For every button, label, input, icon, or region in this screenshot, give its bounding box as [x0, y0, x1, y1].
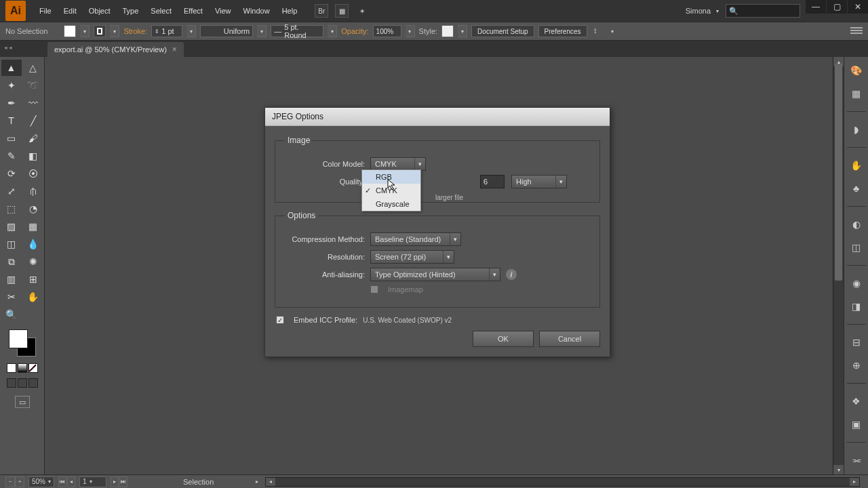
- menu-file[interactable]: File: [34, 4, 57, 18]
- transform-panel-icon[interactable]: ⊕: [848, 357, 865, 373]
- transparency-panel-icon[interactable]: ◐: [848, 216, 865, 232]
- scroll-down-icon[interactable]: ▾: [833, 465, 844, 474]
- draw-behind-icon[interactable]: [18, 378, 27, 388]
- type-tool[interactable]: T: [1, 113, 22, 129]
- free-transform-tool[interactable]: ⬚: [1, 201, 22, 217]
- blend-tool[interactable]: ⧉: [1, 253, 22, 270]
- hand-tool[interactable]: ✋: [23, 289, 43, 305]
- perspective-tool[interactable]: ▨: [1, 218, 22, 235]
- style-dd[interactable]: [458, 25, 467, 37]
- menu-window[interactable]: Window: [238, 4, 275, 18]
- width-tool[interactable]: ⫛: [23, 183, 43, 199]
- brush-dd[interactable]: [328, 25, 337, 37]
- opacity-label[interactable]: Opacity:: [341, 27, 368, 35]
- stroke-label[interactable]: Stroke:: [123, 27, 147, 35]
- draw-inside-icon[interactable]: [28, 378, 38, 388]
- stroke-weight[interactable]: ⇕1 pt: [151, 25, 182, 37]
- imagemap-checkbox[interactable]: [370, 285, 378, 293]
- document-setup-button[interactable]: Document Setup: [471, 25, 534, 37]
- opacity-value[interactable]: 100%: [373, 25, 401, 37]
- links-panel-icon[interactable]: ⫘: [848, 452, 865, 468]
- stroke-dropdown[interactable]: [110, 25, 119, 37]
- user-menu[interactable]: Simona▾: [686, 7, 719, 15]
- slice-tool[interactable]: ✂: [1, 289, 22, 305]
- embed-icc-checkbox[interactable]: ✓: [276, 316, 284, 324]
- appearance-panel-icon[interactable]: ◉: [848, 275, 865, 291]
- fill-dropdown[interactable]: [80, 25, 90, 37]
- menu-edit[interactable]: Edit: [58, 4, 82, 18]
- minimize-button[interactable]: —: [806, 0, 826, 14]
- artboards-panel-icon[interactable]: ▣: [848, 416, 865, 432]
- menu-view[interactable]: View: [210, 4, 237, 18]
- brush-def[interactable]: —5 pt. Round: [271, 25, 323, 37]
- sync-icon[interactable]: ✶: [355, 4, 369, 18]
- bridge-icon[interactable]: Br: [315, 4, 328, 18]
- artboard-tool[interactable]: ⊞: [23, 271, 43, 287]
- style-swatch[interactable]: [441, 25, 454, 37]
- none-mode-icon[interactable]: [28, 363, 38, 373]
- line-tool[interactable]: ╱: [23, 113, 43, 129]
- compression-select[interactable]: Baseline (Standard): [370, 232, 461, 246]
- last-artboard-icon[interactable]: ⏭: [119, 476, 127, 487]
- layers-panel-icon[interactable]: ❖: [848, 393, 865, 409]
- swatches-panel-icon[interactable]: ▦: [848, 85, 865, 102]
- panel-toggle-icon[interactable]: [850, 27, 863, 35]
- scroll-thumb[interactable]: [835, 64, 842, 281]
- resolution-select[interactable]: Screen (72 ppi): [370, 250, 454, 264]
- menu-help[interactable]: Help: [277, 4, 303, 18]
- column-graph-tool[interactable]: ▥: [1, 271, 22, 287]
- zoom-level[interactable]: 50%: [28, 476, 54, 487]
- document-tab[interactable]: export.ai @ 50% (CMYK/Preview) ×: [47, 42, 184, 57]
- menu-select[interactable]: Select: [145, 4, 177, 18]
- fill-stroke-swatch[interactable]: [9, 329, 36, 357]
- eyedropper-tool[interactable]: 💧: [23, 236, 43, 252]
- color-model-select[interactable]: CMYK: [370, 157, 426, 171]
- menu-type[interactable]: Type: [117, 4, 144, 18]
- rectangle-tool[interactable]: ▭: [1, 130, 22, 146]
- magic-wand-tool[interactable]: ✦: [1, 77, 22, 94]
- rotate-tool[interactable]: ⟳: [1, 165, 22, 182]
- draw-mode-icon[interactable]: [7, 378, 16, 388]
- info-icon[interactable]: i: [506, 269, 517, 280]
- gradient-mode-icon[interactable]: [18, 363, 27, 373]
- antialiasing-select[interactable]: Type Optimized (Hinted): [370, 268, 500, 281]
- quality-input[interactable]: 6: [480, 175, 505, 188]
- brushes-panel-icon[interactable]: ◗: [848, 121, 865, 138]
- close-tab-icon[interactable]: ×: [172, 45, 177, 54]
- reflect-tool[interactable]: ⦿: [23, 165, 43, 182]
- stroke-panel-icon[interactable]: ✋: [848, 157, 865, 174]
- direct-selection-tool[interactable]: △: [23, 60, 43, 76]
- gradient-panel-icon[interactable]: ◫: [848, 239, 865, 256]
- selection-tool[interactable]: ▲: [1, 60, 22, 76]
- menu-object[interactable]: Object: [83, 4, 116, 18]
- symbols-panel-icon[interactable]: ♣: [848, 180, 865, 197]
- zoom-tool[interactable]: 🔍: [1, 306, 22, 323]
- search-input[interactable]: 🔍: [726, 4, 800, 18]
- graphic-styles-panel-icon[interactable]: ◨: [848, 298, 865, 314]
- artboard-number[interactable]: 1: [79, 476, 106, 487]
- align-panel-icon[interactable]: ⊟: [848, 334, 865, 350]
- status-menu-icon[interactable]: ▸: [256, 479, 258, 485]
- zoom-out-icon[interactable]: −: [5, 476, 15, 487]
- fill-swatch[interactable]: [64, 25, 76, 37]
- ok-button[interactable]: OK: [473, 331, 534, 347]
- pen-tool[interactable]: ✒: [1, 95, 22, 111]
- stroke-swatch[interactable]: [94, 25, 106, 37]
- next-artboard-icon[interactable]: ▸: [111, 476, 119, 487]
- prev-artboard-icon[interactable]: ◂: [67, 476, 75, 487]
- horizontal-scrollbar[interactable]: [265, 477, 860, 487]
- eraser-tool[interactable]: ◧: [23, 148, 43, 164]
- shape-builder-tool[interactable]: ◔: [23, 201, 43, 217]
- color-panel-icon[interactable]: 🎨: [848, 62, 865, 79]
- scale-tool[interactable]: ⤢: [1, 183, 22, 199]
- stroke-profile-dd[interactable]: [257, 25, 267, 37]
- color-mode-icon[interactable]: [7, 363, 16, 373]
- curvature-tool[interactable]: 〰: [23, 95, 43, 111]
- arrange-docs-icon[interactable]: ▦: [335, 4, 349, 18]
- first-artboard-icon[interactable]: ⏮: [58, 476, 66, 487]
- stroke-profile[interactable]: Uniform: [200, 25, 253, 37]
- cancel-button[interactable]: Cancel: [539, 331, 600, 347]
- menu-effect[interactable]: Effect: [178, 4, 208, 18]
- quality-preset-select[interactable]: High: [511, 175, 567, 188]
- align-icon[interactable]: ⟟: [591, 25, 604, 37]
